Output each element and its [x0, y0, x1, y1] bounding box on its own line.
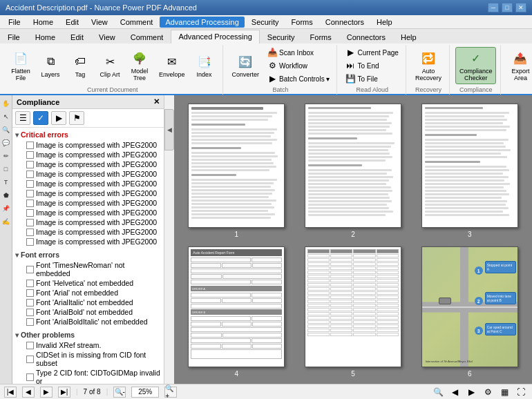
- page-image-3[interactable]: [421, 104, 518, 228]
- sidebar-tool-play[interactable]: ▶: [51, 111, 66, 125]
- checkbox-icon[interactable]: [26, 200, 34, 207]
- flatten-file-button[interactable]: 📄 FlattenFile: [7, 48, 35, 84]
- to-end-button[interactable]: ⏭ To End: [343, 59, 401, 72]
- zoom-in-button[interactable]: 🔍+: [164, 387, 177, 398]
- ribbon-tab-edit[interactable]: Edit: [63, 30, 91, 43]
- index-button[interactable]: 📑 Index: [191, 51, 218, 80]
- menu-item-edit[interactable]: Edit: [60, 17, 84, 28]
- status-prev-match-button[interactable]: ◀: [448, 386, 462, 398]
- checkbox-icon[interactable]: [26, 151, 34, 159]
- sidebar-tool-check[interactable]: ✓: [33, 111, 48, 125]
- tree-section-header-critical[interactable]: ▾ Critical errors: [12, 129, 164, 140]
- checkbox-icon[interactable]: [26, 171, 34, 178]
- menu-item-home[interactable]: Home: [28, 17, 59, 28]
- checkbox-icon[interactable]: [26, 219, 34, 226]
- workflow-button[interactable]: ⚙ Workflow: [265, 59, 332, 72]
- envelope-button[interactable]: ✉ Envelope: [155, 51, 189, 80]
- menu-item-security[interactable]: Security: [246, 17, 285, 28]
- icon-bar-hand[interactable]: ✋: [1, 98, 12, 109]
- batch-controls-button[interactable]: ▶ Batch Controls ▾: [265, 72, 332, 85]
- ribbon-tab-security[interactable]: Security: [260, 30, 303, 43]
- page-image-2[interactable]: [305, 104, 401, 228]
- sidebar-tool-menu[interactable]: ☰: [15, 111, 30, 125]
- ribbon-tab-help[interactable]: Help: [393, 30, 424, 43]
- icon-bar-select[interactable]: ↖: [1, 111, 12, 122]
- checkbox-icon[interactable]: [26, 161, 34, 168]
- icon-bar-attach[interactable]: 📌: [1, 203, 12, 214]
- icon-bar-zoom[interactable]: 🔍: [1, 124, 12, 135]
- checkbox-icon[interactable]: [26, 373, 34, 381]
- checkbox-icon[interactable]: [26, 228, 34, 236]
- checkbox-icon[interactable]: [26, 238, 34, 246]
- zoom-out-button[interactable]: 🔍-: [113, 387, 126, 398]
- checkbox-icon[interactable]: [26, 280, 34, 287]
- ribbon-tab-file[interactable]: File: [0, 30, 28, 43]
- menu-item-view[interactable]: View: [86, 17, 113, 28]
- nav-first-button[interactable]: |◀: [4, 387, 17, 398]
- page-image-4[interactable]: Auto Accident Report Form: [188, 246, 285, 367]
- checkbox-icon[interactable]: [26, 356, 34, 363]
- icon-bar-pen[interactable]: ✏: [1, 150, 12, 162]
- menu-item-advanced-processing[interactable]: Advanced Processing: [160, 17, 244, 28]
- layers-button[interactable]: ⧉ Layers: [37, 51, 64, 80]
- menu-item-help[interactable]: Help: [371, 17, 398, 28]
- tree-section-header-font[interactable]: ▾ Font errors: [12, 249, 164, 260]
- to-file-button[interactable]: 💾 To File: [343, 72, 401, 85]
- status-next-match-button[interactable]: ▶: [464, 386, 478, 398]
- ribbon-tab-view[interactable]: View: [91, 30, 123, 43]
- icon-bar-text[interactable]: T: [1, 177, 12, 188]
- tree-section-header-other[interactable]: ▾ Other problems: [12, 329, 164, 340]
- page-image-6[interactable]: Stopped at point A Moved into lane at po…: [421, 246, 518, 367]
- menu-item-file[interactable]: File: [3, 17, 26, 28]
- ribbon-tab-forms[interactable]: Forms: [303, 30, 339, 43]
- nav-next-button[interactable]: ▶: [40, 387, 53, 398]
- icon-bar-comment[interactable]: 💬: [1, 137, 12, 148]
- menu-item-connectors[interactable]: Connectors: [320, 17, 370, 28]
- close-button[interactable]: ✕: [515, 3, 526, 12]
- nav-prev-button[interactable]: ◀: [22, 387, 35, 398]
- ribbon-tab-home[interactable]: Home: [28, 30, 63, 43]
- checkbox-icon[interactable]: [26, 190, 34, 197]
- ribbon-tab-advanced-processing[interactable]: Advanced Processing: [171, 30, 259, 43]
- checkbox-icon[interactable]: [26, 318, 34, 326]
- status-fullscreen-button[interactable]: ⛶: [514, 386, 528, 398]
- checkbox-icon[interactable]: [26, 209, 34, 217]
- checkbox-icon[interactable]: [26, 266, 34, 273]
- sidebar-close-icon[interactable]: ✕: [153, 97, 160, 106]
- sidebar-tool-flag[interactable]: ⚑: [69, 111, 84, 125]
- ribbon-tab-comment[interactable]: Comment: [123, 30, 171, 43]
- menu-item-comment[interactable]: Comment: [115, 17, 159, 28]
- status-search-button[interactable]: 🔍: [431, 386, 445, 398]
- converter-button[interactable]: 🔄 Converter: [229, 51, 263, 80]
- checkbox-icon[interactable]: [26, 142, 34, 149]
- current-page-button[interactable]: ▶ Current Page: [343, 46, 401, 59]
- status-settings-button[interactable]: ⚙: [481, 386, 495, 398]
- checkbox-icon[interactable]: [26, 342, 34, 349]
- icon-bar-shapes[interactable]: □: [1, 164, 12, 175]
- icon-bar-sign[interactable]: ✍: [1, 216, 12, 227]
- clip-art-button[interactable]: ✂ Clip Art: [96, 51, 124, 80]
- scan-inbox-button[interactable]: 📥 Scan Inbox: [265, 46, 332, 59]
- zoom-input[interactable]: 25%: [131, 387, 159, 398]
- list-item: Invalid XRef stream.: [12, 340, 164, 350]
- checkbox-icon[interactable]: [26, 309, 34, 316]
- ribbon-tab-connectors[interactable]: Connectors: [339, 30, 393, 43]
- maximize-button[interactable]: □: [502, 3, 513, 12]
- nav-last-button[interactable]: ▶|: [58, 387, 70, 398]
- status-layout-button[interactable]: ▦: [497, 386, 511, 398]
- page-image-5[interactable]: [305, 246, 401, 367]
- tree-section-font: ▾ Font errors Font 'TimesNewRoman' not e…: [12, 248, 164, 328]
- compliance-checker-button[interactable]: ✓ ComplianceChecker: [455, 47, 497, 84]
- checkbox-icon[interactable]: [26, 180, 34, 188]
- sidebar-collapse-button[interactable]: ◀: [164, 109, 174, 150]
- model-tree-button[interactable]: 🌳 ModelTree: [126, 48, 153, 84]
- checkbox-icon[interactable]: [26, 289, 34, 297]
- tag-button[interactable]: 🏷 Tag: [66, 51, 94, 80]
- auto-recovery-button[interactable]: 🔁 AutoRecovery: [412, 48, 445, 84]
- export-area-button[interactable]: 📤 ExportArea: [506, 48, 532, 84]
- minimize-button[interactable]: ─: [488, 3, 499, 12]
- checkbox-icon[interactable]: [26, 299, 34, 306]
- menu-item-forms[interactable]: Forms: [286, 17, 319, 28]
- page-image-1[interactable]: [188, 104, 285, 228]
- icon-bar-stamp[interactable]: ⬟: [1, 190, 12, 201]
